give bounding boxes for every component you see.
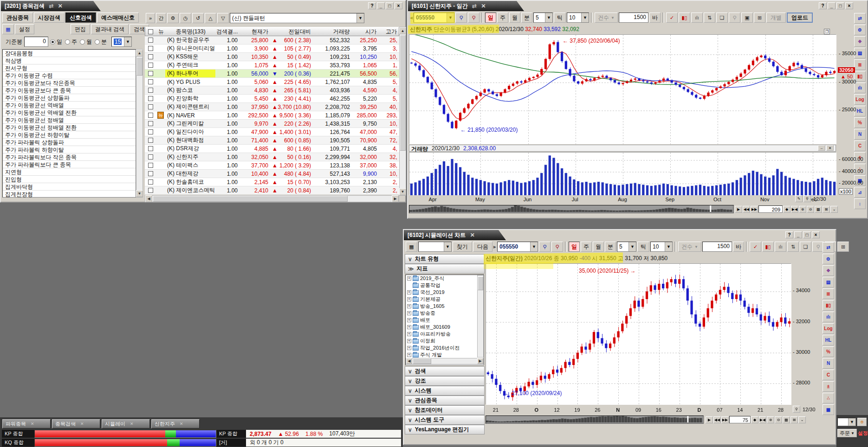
tree-folder-배포_301609[interactable]: +배포_301609 <box>406 324 484 331</box>
help-button[interactable]: ? <box>368 2 376 9</box>
table-vscrollbar[interactable]: ▲ ▼ <box>399 27 406 196</box>
table-row[interactable]: (K) YG PLUS1.005,060▲225 ( 4.65)1,762,10… <box>145 78 399 86</box>
close-icon[interactable]: ✕ <box>80 421 84 426</box>
gear-icon[interactable]: ⚙ <box>857 418 867 426</box>
close-icon[interactable]: ✕ <box>180 421 183 426</box>
table-row[interactable]: (K) 대한제강1.0010,400▲480 ( 4.84)527,1439,9… <box>145 170 399 178</box>
more-icon[interactable]: ⌄ <box>798 416 806 423</box>
search-within-button[interactable]: 결과내 검색 <box>91 24 129 34</box>
grid-view-icon[interactable]: ⊞ <box>754 13 765 23</box>
checkbox-icon[interactable] <box>148 54 153 59</box>
checkbox-icon[interactable] <box>148 104 153 109</box>
expand-panel-icon[interactable]: » <box>146 13 155 23</box>
titlebar-6101[interactable]: [6101] 신한지주 - 일간 ⇄ ✕ ? _ □ × <box>408 1 867 11</box>
list-icon[interactable]: ≣ <box>823 288 834 299</box>
search-back-icon[interactable]: ⚲ <box>551 242 563 252</box>
section-참조데이터[interactable]: ∨참조데이터 <box>405 405 485 415</box>
tree-folder-2019_주식[interactable]: +2019_주식 <box>406 275 484 282</box>
row-checkbox[interactable] <box>145 170 156 178</box>
chevron-down-icon[interactable]: ▼ <box>848 418 855 426</box>
row-checkbox[interactable] <box>145 186 156 194</box>
tools-icon[interactable]: ⚙ <box>854 25 866 35</box>
sync-icon[interactable]: ⇄ <box>823 242 834 253</box>
checkbox-icon[interactable] <box>148 138 153 143</box>
row-checkbox[interactable] <box>145 136 156 144</box>
nav-end-icon[interactable]: ▶◀ <box>759 416 766 423</box>
period-분-button[interactable]: 분 <box>605 242 616 252</box>
search-icon[interactable]: ⚲ <box>539 242 551 252</box>
pattern-select[interactable]: (신) 캔들패턴 ▼ <box>230 13 364 23</box>
close-icon[interactable]: ✕ <box>481 3 486 9</box>
condition-item[interactable]: 주가 이동평균선 역배열 전환 <box>3 109 136 116</box>
column-header-5[interactable]: 거래량 <box>313 27 352 36</box>
magnifier-icon[interactable]: ⚲ <box>793 406 800 413</box>
chevron-down-icon[interactable]: ▼ <box>665 242 672 251</box>
table-hscrollbar[interactable]: ◀ ▶ <box>145 195 399 202</box>
tree-folder-공통작업[interactable]: 공통작업 <box>406 282 484 289</box>
tab-시장검색[interactable]: 시장검색 <box>34 13 65 23</box>
checkbox-icon[interactable] <box>148 79 153 84</box>
titlebar-3201[interactable]: [3201] 종목검색 ⇄ ✕ ? _ □ × <box>1 1 405 11</box>
tree-vscrollbar[interactable] <box>477 275 484 358</box>
period-radio-일[interactable]: 일 <box>50 38 62 45</box>
checkbox-icon[interactable] <box>148 113 153 118</box>
nav-fit-icon[interactable]: ▩ <box>815 206 822 213</box>
settings-link[interactable]: 설정 <box>858 430 868 437</box>
chart-navigator[interactable] <box>409 205 732 212</box>
alarm-icon[interactable]: ◷ <box>180 13 191 23</box>
titlebar-6102[interactable]: [6102] 시뮬레이션 차트 ✕ ? _ □ × <box>404 230 836 240</box>
draw-icon[interactable]: ✎ <box>795 195 803 202</box>
section-관심종목[interactable]: ∨관심종목 <box>405 396 485 405</box>
nav-end-icon[interactable]: ▶◀ <box>791 206 798 213</box>
base-candle-input[interactable]: 0 <box>24 37 48 47</box>
table-row[interactable]: (K) 팜스코1.004,830▲265 ( 5.81)403,9364,590… <box>145 86 399 95</box>
condition-item[interactable]: 집게천장형 <box>3 191 136 198</box>
expand-icon[interactable]: + <box>407 304 411 308</box>
period-radio-주[interactable]: 주 <box>65 38 77 45</box>
help-button[interactable]: ? <box>785 231 793 238</box>
task-tab-신한지주[interactable]: 신한지주✕ <box>151 419 200 428</box>
expand-icon[interactable]: + <box>407 339 411 343</box>
minimize-button[interactable]: _ <box>377 2 385 9</box>
condition-item[interactable]: 주가 이동평균보다 작은종목 <box>3 79 136 87</box>
tree-folder-방송_1605[interactable]: +방송_1605 <box>406 303 484 310</box>
period-일-button[interactable]: 일 <box>485 13 496 23</box>
collapse-icon[interactable]: ◂ <box>410 14 413 21</box>
checkbox-icon[interactable] <box>148 71 153 76</box>
line-chart-icon[interactable]: N <box>823 358 834 369</box>
column-header-1[interactable]: 종목명(133) <box>166 27 216 36</box>
column-header-4[interactable]: 전일대비 <box>270 27 313 36</box>
nav-expand-icon[interactable]: ◆ <box>751 416 758 423</box>
bars-input[interactable]: 1500 <box>619 13 648 23</box>
column-header-3[interactable]: 현재가 <box>240 27 270 36</box>
period-주-button[interactable]: 주 <box>581 242 592 252</box>
row-checkbox[interactable] <box>145 128 156 136</box>
expand-icon[interactable]: + <box>407 332 411 336</box>
volume-bars-icon[interactable]: ılı <box>823 312 834 322</box>
condition-item[interactable]: 장대음봉형 <box>3 50 136 57</box>
period-주-button[interactable]: 주 <box>497 13 508 23</box>
tick-count-select[interactable]: 10▼ <box>567 13 589 23</box>
nav-play-icon[interactable]: ▶ <box>735 206 742 213</box>
period-월-button[interactable]: 월 <box>509 13 520 23</box>
expand-icon[interactable]: + <box>407 311 411 315</box>
search-back-icon[interactable]: ⚲ <box>468 13 479 23</box>
checkbox-icon[interactable] <box>148 88 153 93</box>
scroll-down-icon[interactable]: ▼ <box>136 190 143 197</box>
column-header-6[interactable]: 시가 <box>351 27 378 36</box>
board-icon[interactable]: ▣ <box>741 13 753 23</box>
row-checkbox[interactable] <box>145 161 156 169</box>
tree-folder-아프리카방송[interactable]: +아프리카방송 <box>406 331 484 338</box>
chevron-down-icon[interactable]: ▼ <box>444 242 451 251</box>
tick-count-select[interactable]: 10▼ <box>650 242 673 252</box>
bars-button[interactable]: 바 <box>733 242 744 252</box>
bar-chart-icon[interactable]: ılı <box>775 242 786 252</box>
sort-desc-icon[interactable]: ▽ <box>217 13 229 23</box>
table-row[interactable]: (K) 제이콘텐트리1.0037,950▲3,700 (10.80)2,208,… <box>145 103 399 111</box>
checkbox-icon[interactable] <box>148 171 153 176</box>
package-icon[interactable]: ❖ <box>823 265 834 276</box>
checkbox-icon[interactable] <box>148 146 153 151</box>
condition-item[interactable]: 적삼병 <box>3 57 136 64</box>
close-button[interactable]: × <box>845 2 853 9</box>
tree-folder-방송중[interactable]: +방송중 <box>406 310 484 317</box>
